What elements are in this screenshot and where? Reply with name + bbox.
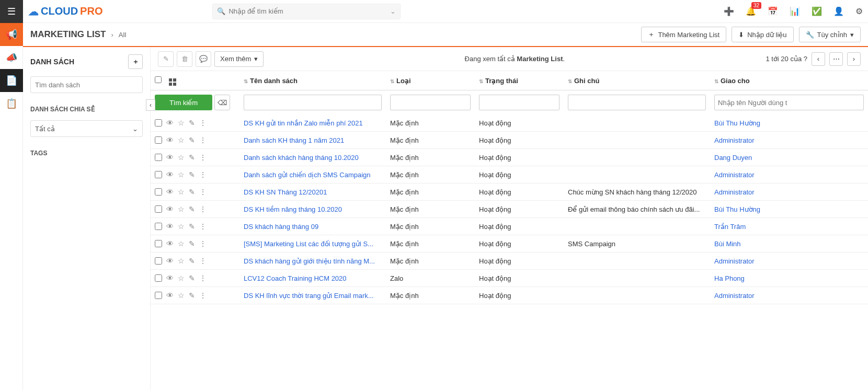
star-icon[interactable]: ☆ <box>178 136 185 144</box>
col-header-assignee[interactable]: ⇅Giao cho <box>710 71 868 90</box>
edit-row-icon[interactable]: ✎ <box>189 136 195 144</box>
pager-next-button[interactable]: › <box>847 52 861 66</box>
row-checkbox[interactable] <box>155 223 162 230</box>
row-assignee-link[interactable]: Administrator <box>714 136 755 144</box>
row-checkbox[interactable] <box>155 240 162 247</box>
row-assignee-link[interactable]: Bùi Minh <box>714 240 741 248</box>
import-data-button[interactable]: ⬇Nhập dữ liệu <box>732 27 793 42</box>
row-name-link[interactable]: Danh sách khách hàng tháng 10.2020 <box>244 154 359 162</box>
nav-item-campaign[interactable]: 📣 <box>0 46 23 69</box>
user-icon[interactable]: 👤 <box>833 6 844 16</box>
row-checkbox[interactable] <box>155 171 162 178</box>
star-icon[interactable]: ☆ <box>178 188 185 196</box>
edit-row-icon[interactable]: ✎ <box>189 239 195 248</box>
edit-row-icon[interactable]: ✎ <box>189 170 195 179</box>
chevron-down-icon[interactable]: ⌄ <box>390 7 396 15</box>
kebab-icon[interactable]: ⋮ <box>199 153 207 162</box>
col-header-type[interactable]: ⇅Loại <box>386 71 475 90</box>
edit-row-icon[interactable]: ✎ <box>189 153 195 162</box>
col-header-note[interactable]: ⇅Ghi chú <box>564 71 710 90</box>
row-name-link[interactable]: DS khách hàng gửi giới thiệu tính năng M… <box>244 257 375 265</box>
kebab-icon[interactable]: ⋮ <box>199 119 207 127</box>
star-icon[interactable]: ☆ <box>178 153 185 162</box>
row-name-link[interactable]: DS KH lĩnh vực thời trang gửi Email mark… <box>244 292 374 300</box>
filter-search-button[interactable]: Tìm kiếm <box>155 95 212 110</box>
star-icon[interactable]: ☆ <box>178 274 185 282</box>
row-checkbox[interactable] <box>155 136 162 144</box>
kebab-icon[interactable]: ⋮ <box>199 205 207 213</box>
edit-row-icon[interactable]: ✎ <box>189 291 195 300</box>
row-checkbox[interactable] <box>155 257 162 265</box>
row-checkbox[interactable] <box>155 274 162 282</box>
kebab-icon[interactable]: ⋮ <box>199 188 207 196</box>
add-circle-icon[interactable]: ➕ <box>724 6 734 16</box>
add-list-button[interactable]: ＋ <box>128 54 143 69</box>
chart-icon[interactable]: 📊 <box>790 6 800 16</box>
row-checkbox[interactable] <box>155 292 162 299</box>
row-name-link[interactable]: Danh sách gửi chiến dịch SMS Campaign <box>244 171 371 179</box>
star-icon[interactable]: ☆ <box>178 205 185 213</box>
row-assignee-link[interactable]: Administrator <box>714 257 755 265</box>
star-icon[interactable]: ☆ <box>178 239 185 248</box>
kebab-icon[interactable]: ⋮ <box>199 222 207 231</box>
star-icon[interactable]: ☆ <box>178 291 185 300</box>
logo[interactable]: ☁ CLOUDPRO <box>28 5 102 18</box>
edit-row-icon[interactable]: ✎ <box>189 274 195 282</box>
nav-item-marketing[interactable]: 📢 <box>0 23 23 46</box>
kebab-icon[interactable]: ⋮ <box>199 136 207 144</box>
eye-icon[interactable]: 👁 <box>166 170 174 179</box>
star-icon[interactable]: ☆ <box>178 257 185 265</box>
filter-assignee-input[interactable] <box>714 95 864 110</box>
row-assignee-link[interactable]: Dang Duyen <box>714 154 752 162</box>
kebab-icon[interactable]: ⋮ <box>199 239 207 248</box>
nav-item-clipboard[interactable]: 📋 <box>0 92 23 115</box>
pager-prev-button[interactable]: ‹ <box>812 52 825 66</box>
add-marketing-list-button[interactable]: ＋Thêm Marketing List <box>641 27 726 42</box>
row-name-link[interactable]: LCV12 Coach Training HCM 2020 <box>244 274 347 282</box>
eye-icon[interactable]: 👁 <box>166 119 174 127</box>
row-assignee-link[interactable]: Administrator <box>714 188 755 196</box>
notifications-icon[interactable]: 🔔32 <box>746 6 756 16</box>
sidebar-collapse-handle[interactable]: ‹ <box>146 99 155 111</box>
edit-row-icon[interactable]: ✎ <box>189 119 195 127</box>
row-checkbox[interactable] <box>155 188 162 196</box>
gear-icon[interactable]: ⚙ <box>855 6 863 16</box>
filter-type-input[interactable] <box>390 95 471 110</box>
row-name-link[interactable]: DS KH gửi tin nhắn Zalo miễn phí 2021 <box>244 119 363 127</box>
grid-view-icon[interactable] <box>169 78 176 86</box>
eye-icon[interactable]: 👁 <box>166 274 174 282</box>
eye-icon[interactable]: 👁 <box>166 153 174 162</box>
global-search-input[interactable] <box>229 7 387 15</box>
row-assignee-link[interactable]: Ha Phong <box>714 274 745 282</box>
star-icon[interactable]: ☆ <box>178 222 185 231</box>
kebab-icon[interactable]: ⋮ <box>199 274 207 282</box>
edit-row-icon[interactable]: ✎ <box>189 188 195 196</box>
filter-note-input[interactable] <box>568 95 706 110</box>
filter-clear-button[interactable]: ⌫ <box>214 95 230 110</box>
global-search[interactable]: 🔍 ⌄ <box>212 4 401 19</box>
row-assignee-link[interactable]: Bùi Thu Hường <box>714 119 760 127</box>
row-assignee-link[interactable]: Trần Trâm <box>714 223 746 231</box>
row-name-link[interactable]: DS KH SN Tháng 12/20201 <box>244 188 327 196</box>
edit-icon[interactable]: ✎ <box>158 51 174 67</box>
row-name-link[interactable]: DS khách hàng tháng 09 <box>244 223 318 231</box>
eye-icon[interactable]: 👁 <box>166 239 174 248</box>
filter-name-input[interactable] <box>244 95 382 110</box>
edit-row-icon[interactable]: ✎ <box>189 257 195 265</box>
kebab-icon[interactable]: ⋮ <box>199 257 207 265</box>
row-name-link[interactable]: DS KH tiềm năng tháng 10.2020 <box>244 205 342 213</box>
row-name-link[interactable]: Danh sách KH tháng 1 năm 2021 <box>244 136 344 144</box>
row-checkbox[interactable] <box>155 205 162 213</box>
row-checkbox[interactable] <box>155 119 162 127</box>
edit-row-icon[interactable]: ✎ <box>189 205 195 213</box>
eye-icon[interactable]: 👁 <box>166 205 174 213</box>
col-header-name[interactable]: ⇅Tên danh sách <box>239 71 386 90</box>
row-assignee-link[interactable]: Bùi Thu Hường <box>714 205 760 213</box>
sidebar-search-input[interactable] <box>30 76 143 93</box>
sidebar-shared-select[interactable]: Tất cả ⌄ <box>30 120 143 137</box>
filter-status-input[interactable] <box>479 95 559 110</box>
nav-item-document[interactable]: 📄 <box>0 69 23 92</box>
approval-icon[interactable]: ✅ <box>812 6 822 16</box>
more-actions-dropdown[interactable]: Xem thêm▾ <box>214 51 264 67</box>
row-assignee-link[interactable]: Administrator <box>714 171 755 179</box>
